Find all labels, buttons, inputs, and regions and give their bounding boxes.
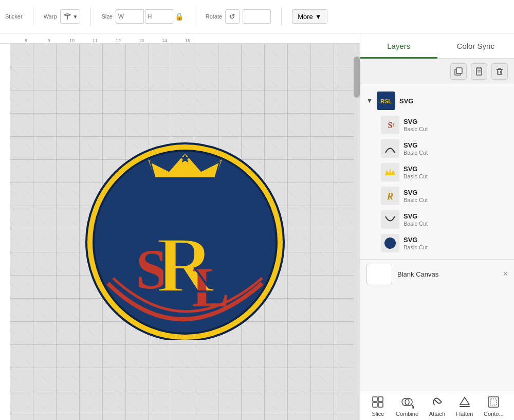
- layer-child-3[interactable]: SVG Basic Cut: [360, 160, 514, 184]
- warp-group: Warp ▼: [44, 9, 81, 24]
- combine-icon: [400, 395, 414, 409]
- scrollbar-thumb[interactable]: [354, 57, 360, 98]
- child-1-thumb: S L: [381, 116, 399, 134]
- sticker-label: Sticker: [5, 13, 23, 20]
- layer-child-5[interactable]: SVG Basic Cut: [360, 208, 514, 231]
- vertical-scrollbar[interactable]: [354, 54, 360, 420]
- layer-child-4[interactable]: R SVG Basic Cut: [360, 184, 514, 208]
- tick-12: 12: [116, 38, 121, 43]
- flatten-button[interactable]: Flatten: [452, 393, 478, 419]
- layer-group-thumb: RSL: [377, 92, 395, 110]
- slice-button[interactable]: Slice: [366, 393, 389, 419]
- child-3-subtitle: Basic Cut: [403, 173, 428, 179]
- child-3-thumb: [381, 163, 399, 181]
- svg-rect-37: [490, 399, 497, 405]
- tick-10: 10: [69, 38, 75, 43]
- bottom-toolbar: Slice Combine: [360, 391, 514, 420]
- svg-text:S: S: [388, 121, 393, 130]
- combine-button[interactable]: Combine: [392, 393, 423, 419]
- child-5-thumb: [381, 210, 399, 229]
- rotate-input[interactable]: [243, 9, 271, 24]
- tick-15: 15: [185, 38, 190, 43]
- svg-rect-18: [498, 69, 502, 75]
- size-inputs: 🔒: [116, 9, 185, 24]
- logo-container[interactable]: R S L R: [77, 124, 293, 340]
- child-2-title: SVG: [403, 141, 428, 149]
- width-input[interactable]: [116, 9, 144, 24]
- right-panel: Layers Color Sync ▼: [360, 33, 514, 420]
- canvas-grid[interactable]: R S L R: [10, 44, 360, 420]
- svg-text:R: R: [156, 221, 215, 309]
- more-button[interactable]: More ▼: [292, 9, 327, 24]
- warp-label: Warp: [44, 13, 57, 20]
- ruler-vertical: [0, 44, 10, 420]
- layer-child-6[interactable]: SVG Basic Cut: [360, 231, 514, 255]
- main-area: 8 9 10 11 12 13 14 15: [0, 33, 514, 420]
- blank-canvas-close[interactable]: ×: [503, 269, 508, 279]
- layer-divider: [360, 259, 514, 260]
- layer-child-2[interactable]: SVG Basic Cut: [360, 137, 514, 160]
- child-6-title: SVG: [403, 236, 428, 244]
- canvas-area: 8 9 10 11 12 13 14 15: [0, 33, 360, 420]
- rotate-group: Rotate ↺: [206, 9, 271, 24]
- svg-rect-13: [456, 68, 462, 74]
- lock-icon[interactable]: 🔒: [174, 9, 185, 24]
- copy-layer-btn[interactable]: [450, 63, 467, 80]
- child-3-info: SVG Basic Cut: [403, 165, 428, 179]
- child-2-thumb: [381, 139, 399, 158]
- blank-canvas-thumb: [366, 264, 392, 284]
- paste-layer-btn[interactable]: [471, 63, 487, 80]
- tick-13: 13: [139, 38, 144, 43]
- attach-button[interactable]: Attach: [425, 393, 449, 419]
- layer-child-1[interactable]: S L SVG Basic Cut: [360, 113, 514, 137]
- tab-color-sync[interactable]: Color Sync: [437, 34, 515, 58]
- layers-list: ▼ RSL SVG S L: [360, 84, 514, 391]
- layer-toolbar: [360, 59, 514, 84]
- blank-canvas-item[interactable]: Blank Canvas ×: [366, 264, 508, 284]
- delete-layer-btn[interactable]: [491, 63, 508, 80]
- layer-group-svg[interactable]: ▼ RSL SVG: [360, 88, 514, 113]
- layer-group-info: SVG: [399, 97, 413, 105]
- ruler-horizontal: 8 9 10 11 12 13 14 15: [0, 33, 360, 44]
- svg-rect-36: [488, 397, 499, 407]
- svg-rect-15: [478, 67, 481, 69]
- child-1-subtitle: Basic Cut: [403, 126, 428, 132]
- ruler-ticks: 8 9 10 11 12 13 14 15: [0, 33, 360, 43]
- child-6-info: SVG Basic Cut: [403, 236, 428, 250]
- svg-rect-29: [373, 403, 377, 407]
- svg-text:RSL: RSL: [380, 98, 392, 104]
- child-2-info: SVG Basic Cut: [403, 141, 428, 156]
- flatten-icon: [457, 395, 472, 409]
- contour-button[interactable]: Conto...: [480, 393, 508, 419]
- child-4-title: SVG: [403, 189, 428, 196]
- attach-label: Attach: [429, 411, 445, 417]
- child-5-subtitle: Basic Cut: [403, 221, 428, 227]
- warp-dropdown[interactable]: ▼: [60, 9, 81, 24]
- size-group: Size 🔒: [101, 9, 184, 24]
- slice-label: Slice: [372, 411, 384, 417]
- svg-rect-28: [378, 397, 383, 401]
- child-4-subtitle: Basic Cut: [403, 197, 428, 203]
- svg-text:R: R: [387, 191, 393, 202]
- tab-layers[interactable]: Layers: [360, 34, 437, 58]
- attach-icon: [430, 395, 444, 409]
- sticker-group: Sticker: [5, 13, 23, 20]
- svg-point-26: [384, 238, 396, 249]
- height-input[interactable]: [145, 9, 173, 24]
- child-2-subtitle: Basic Cut: [403, 150, 428, 156]
- tick-11: 11: [93, 38, 98, 43]
- slice-icon: [371, 395, 385, 409]
- tick-14: 14: [162, 38, 167, 43]
- svg-marker-34: [412, 407, 414, 409]
- rotate-btn[interactable]: ↺: [225, 9, 240, 24]
- child-6-subtitle: Basic Cut: [403, 244, 428, 250]
- rotate-label: Rotate: [206, 13, 222, 20]
- svg-rect-30: [378, 403, 383, 407]
- contour-label: Conto...: [484, 411, 504, 417]
- combine-label: Combine: [396, 411, 418, 417]
- child-5-title: SVG: [403, 212, 428, 220]
- child-1-title: SVG: [403, 118, 428, 125]
- chevron-down-icon: ▼: [366, 97, 373, 104]
- svg-rect-27: [373, 397, 377, 401]
- canvas-content: R S L R: [77, 124, 293, 340]
